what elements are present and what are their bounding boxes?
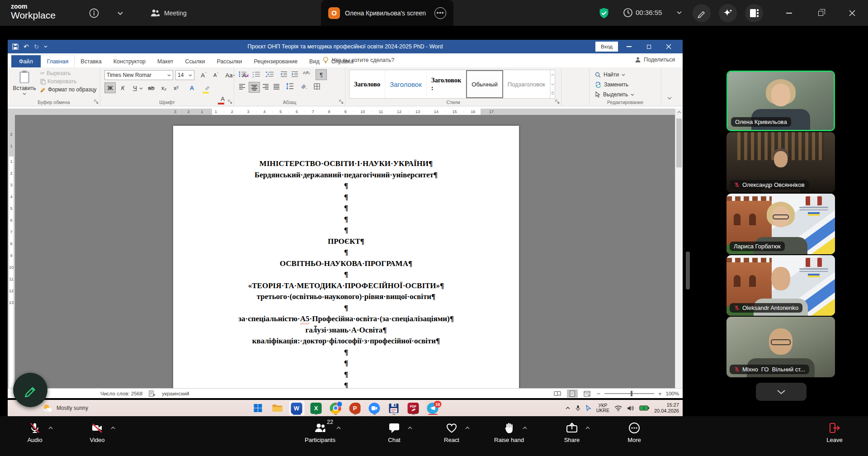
view-dropdown-button[interactable]: [111, 4, 129, 22]
font-size-select[interactable]: 14: [175, 70, 194, 80]
align-left-icon[interactable]: [239, 84, 245, 90]
zoom-out-button[interactable]: −: [597, 390, 600, 397]
share-document-button[interactable]: Поделиться: [635, 57, 675, 63]
audio-options-caret[interactable]: [48, 421, 53, 430]
decrease-indent-icon[interactable]: [280, 71, 288, 77]
zoom-slider[interactable]: [604, 393, 654, 394]
tray-clock[interactable]: 15:27 20.04.2026: [654, 402, 679, 414]
ai-companion-button[interactable]: [719, 4, 737, 22]
format-painter-button[interactable]: Формат по образцу: [40, 86, 97, 93]
leave-button[interactable]: Leave: [810, 416, 859, 456]
cut-button[interactable]: ✂Вырезать: [40, 70, 97, 76]
taskbar-excel-button[interactable]: X: [308, 401, 324, 415]
proofing-icon[interactable]: [149, 390, 156, 397]
font-name-select[interactable]: Times New Romar: [104, 70, 173, 80]
undo-icon[interactable]: ↶: [24, 43, 29, 50]
tab-shared-screen[interactable]: O Олена Кривильова's screen •••: [321, 0, 453, 26]
taskbar-zoom-button[interactable]: [367, 401, 382, 415]
participant-video[interactable]: Міхно ГО Вільний ст...: [726, 317, 835, 377]
shading-icon[interactable]: [300, 83, 307, 90]
sort-button[interactable]: АЯ↓: [303, 71, 311, 75]
style-item[interactable]: Обычный: [466, 70, 503, 98]
minimize-button[interactable]: [781, 5, 797, 21]
horizontal-ruler[interactable]: 3·2·1· 1·2·3·4·5·6·7·8·9·10·11·12·13·14·…: [8, 109, 675, 115]
ribbon-tab-Файл[interactable]: Файл: [11, 55, 41, 67]
tray-chevron-up-icon[interactable]: [565, 406, 571, 410]
line-spacing-icon[interactable]: [286, 83, 294, 90]
borders-icon[interactable]: [314, 83, 321, 90]
dialog-launcher-icon[interactable]: [94, 100, 99, 104]
ribbon-tab-Конструктор[interactable]: Конструктор: [108, 55, 151, 67]
wifi-icon[interactable]: [614, 405, 622, 411]
style-item[interactable]: Заголово: [349, 70, 385, 98]
raise-hand-options-caret[interactable]: [522, 421, 528, 430]
document-text[interactable]: МІНІСТЕРСТВО·ОСВІТИ·І·НАУКИ·УКРАЇНИ¶Берд…: [173, 158, 519, 388]
dialog-launcher-icon[interactable]: [228, 100, 232, 104]
zoom-slider-thumb[interactable]: [631, 391, 632, 396]
styles-more-button[interactable]: [551, 89, 555, 98]
ribbon-tab-Ссылки[interactable]: Ссылки: [179, 55, 211, 67]
text-effects-button[interactable]: А: [186, 82, 198, 93]
participant-video[interactable]: Oleksandr Antonenko: [726, 255, 835, 316]
strikethrough-button[interactable]: ab: [146, 82, 157, 93]
video-button[interactable]: Video: [72, 416, 122, 456]
dialog-launcher-icon[interactable]: [555, 100, 560, 104]
paste-button[interactable]: Вставить: [11, 69, 38, 95]
show-marks-button[interactable]: ¶: [316, 69, 327, 80]
word-minimize-button[interactable]: [619, 40, 639, 53]
word-titlebar[interactable]: ↶ ↻ Проєкт ОНП Теорія та методика профес…: [8, 40, 683, 53]
bold-button[interactable]: Ж: [104, 82, 116, 93]
select-button[interactable]: Выделить: [595, 90, 634, 99]
document-canvas[interactable]: МІНІСТЕРСТВО·ОСВІТИ·І·НАУКИ·УКРАЇНИ¶Берд…: [15, 115, 675, 388]
dialog-launcher-icon[interactable]: [339, 100, 344, 104]
shared-screen-scrollbar[interactable]: [686, 252, 690, 290]
language-indicator[interactable]: украинский: [162, 391, 189, 396]
ribbon-tab-Макет[interactable]: Макет: [151, 55, 179, 67]
participants-options-caret[interactable]: [336, 421, 341, 430]
taskbar-floppy-app-button[interactable]: [386, 401, 401, 415]
start-button[interactable]: [250, 401, 265, 415]
print-layout-button[interactable]: [567, 390, 578, 398]
replace-button[interactable]: Заменить: [595, 80, 628, 89]
find-button[interactable]: Найти: [595, 70, 625, 79]
close-button[interactable]: [844, 5, 860, 21]
more-button[interactable]: More: [609, 416, 659, 456]
ribbon-tab-Вставка[interactable]: Вставка: [75, 55, 107, 67]
zoom-in-button[interactable]: +: [658, 390, 662, 397]
tab-options-icon[interactable]: •••: [434, 7, 446, 19]
shrink-font-button[interactable]: Аˇ: [210, 70, 222, 81]
participants-button[interactable]: 22 Participants: [295, 416, 345, 456]
chat-button[interactable]: Chat: [369, 416, 419, 456]
signin-button[interactable]: Вход: [595, 42, 618, 52]
word-count[interactable]: Число слов: 2568: [100, 391, 142, 396]
annotation-pen-button[interactable]: [13, 373, 47, 407]
video-options-caret[interactable]: [110, 421, 116, 430]
word-scrollbar[interactable]: [675, 109, 683, 388]
restore-button[interactable]: [813, 5, 828, 21]
collapse-ribbon-icon[interactable]: [667, 96, 672, 100]
italic-button[interactable]: К: [117, 82, 128, 93]
zoom-level[interactable]: 100%: [666, 391, 679, 396]
speaker-icon[interactable]: [627, 405, 634, 411]
align-center-button[interactable]: [249, 82, 260, 93]
ribbon-tab-Рассылки[interactable]: Рассылки: [211, 55, 248, 67]
copy-button[interactable]: Копировать: [40, 78, 97, 85]
audio-button[interactable]: Audio: [10, 416, 60, 456]
taskbar-pdf-button[interactable]: PDF: [406, 401, 421, 415]
participant-video[interactable]: Олександр Овсянніков: [726, 132, 835, 193]
increase-indent-icon[interactable]: [291, 71, 298, 77]
web-layout-button[interactable]: [582, 390, 593, 398]
redo-icon[interactable]: ↻: [34, 43, 39, 50]
styles-scroll-down[interactable]: [551, 80, 555, 89]
participant-video[interactable]: Олена Кривильова: [726, 71, 835, 131]
meeting-info-button[interactable]: [85, 4, 103, 22]
justify-icon[interactable]: [273, 84, 280, 90]
language-switcher[interactable]: УКР UKRE: [596, 403, 609, 413]
word-restore-button[interactable]: [639, 40, 659, 53]
multilevel-list-icon[interactable]: [266, 71, 274, 77]
style-item[interactable]: Подзаголовок: [503, 70, 550, 98]
raise-hand-button[interactable]: Raise hand: [484, 416, 534, 456]
taskbar-powerpoint-button[interactable]: P: [347, 401, 363, 415]
scrollbar-thumb[interactable]: [676, 119, 682, 167]
tab-meeting[interactable]: Meeting: [150, 0, 187, 26]
